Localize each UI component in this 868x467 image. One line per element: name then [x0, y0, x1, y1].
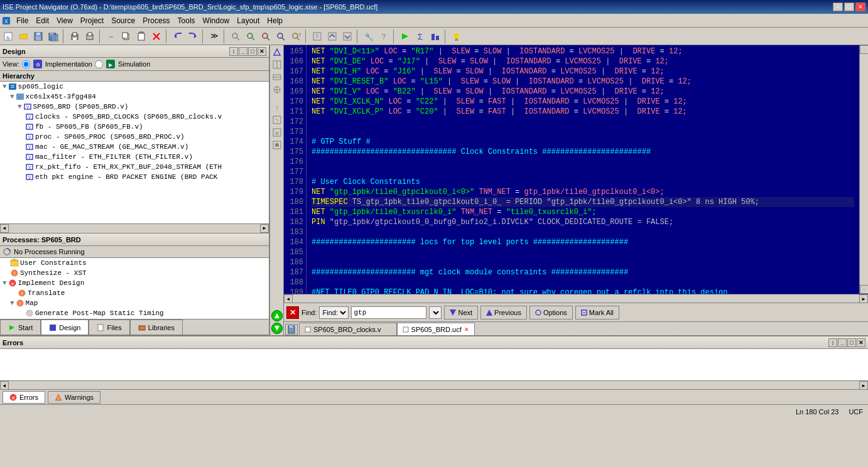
- side-btn-4[interactable]: [271, 84, 283, 95]
- tree-item-ethpkt[interactable]: V eth pkt engine - BRD PACKET ENGINE (BR…: [0, 172, 269, 182]
- code-hscroll[interactable]: ◄ ►: [284, 294, 868, 303]
- menu-project[interactable]: Project: [77, 14, 107, 27]
- tb-btn-7[interactable]: [325, 30, 339, 43]
- tab-start[interactable]: Start: [0, 319, 41, 335]
- find-type-select[interactable]: Find:: [319, 306, 349, 319]
- vscroll-up[interactable]: ▲: [860, 45, 868, 54]
- side-btn-5[interactable]: ↑: [271, 102, 283, 113]
- side-green-up[interactable]: [271, 310, 283, 321]
- vscroll-track[interactable]: [860, 54, 868, 285]
- tab-ucf[interactable]: SP605_BRD.ucf ✕: [397, 323, 475, 335]
- chart-button[interactable]: [428, 30, 442, 43]
- errors-hscroll[interactable]: ◄ ►: [0, 380, 868, 389]
- hscroll-left[interactable]: ◄: [0, 224, 9, 233]
- side-btn-2[interactable]: [271, 59, 283, 70]
- find-close-button[interactable]: ✕: [286, 306, 299, 319]
- proc-implement[interactable]: ▼ ✕ Implement Design: [0, 278, 269, 288]
- code-lines[interactable]: NET "DVI_D<11>" LOC = "R17" | SLEW = SLO…: [307, 45, 859, 294]
- errors-max-btn[interactable]: □: [847, 338, 856, 347]
- cut-button[interactable]: ✂: [104, 30, 118, 43]
- wrench-button[interactable]: 🔧: [362, 30, 376, 43]
- side-btn-8[interactable]: [271, 139, 283, 151]
- proc-synthesize[interactable]: ! Synthesize - XST: [0, 268, 269, 278]
- menu-source[interactable]: Source: [107, 14, 139, 27]
- tree-item-mac[interactable]: V mac - GE_MAC_STREAM (GE_MAC_STREAM.v): [0, 142, 269, 152]
- save-all-button[interactable]: [46, 30, 60, 43]
- find-dropdown[interactable]: ▼: [429, 306, 442, 319]
- menu-tools[interactable]: Tools: [174, 14, 199, 27]
- search4-button[interactable]: [274, 30, 288, 43]
- tree-item-sp605[interactable]: ▼ sp605_logic: [0, 82, 269, 92]
- save-button[interactable]: [31, 30, 45, 43]
- menu-edit[interactable]: Edit: [32, 14, 53, 27]
- tab-libraries[interactable]: Libraries: [130, 319, 183, 335]
- find-input[interactable]: [351, 306, 426, 319]
- maximize-button[interactable]: □: [844, 3, 854, 11]
- tab-ucf-close[interactable]: ✕: [464, 326, 469, 333]
- side-btn-7[interactable]: ⚙: [271, 127, 283, 138]
- sim-radio[interactable]: [95, 60, 103, 68]
- proc-map[interactable]: ▼ ! Map: [0, 298, 269, 308]
- copy-button[interactable]: [119, 30, 133, 43]
- tab-clocks-close[interactable]: [384, 326, 391, 333]
- minimize-button[interactable]: −: [833, 3, 843, 11]
- hscroll-right[interactable]: ►: [260, 224, 269, 233]
- side-btn-magnify[interactable]: [271, 114, 283, 126]
- errors-close-btn[interactable]: ✕: [857, 338, 865, 347]
- paste-button[interactable]: [134, 30, 148, 43]
- tab-save-icon[interactable]: [285, 324, 298, 335]
- tb-btn-6[interactable]: [310, 30, 324, 43]
- print-button[interactable]: [68, 30, 82, 43]
- side-btn-3[interactable]: [271, 72, 283, 83]
- open-button[interactable]: [16, 30, 30, 43]
- errors-hscroll-left[interactable]: ◄: [0, 381, 9, 390]
- design-tree-hscroll[interactable]: ◄ ►: [0, 223, 269, 232]
- proc-translate[interactable]: ! Translate: [0, 288, 269, 298]
- menu-file[interactable]: File: [13, 14, 32, 27]
- tab-files[interactable]: Files: [89, 319, 129, 335]
- menu-layout[interactable]: Layout: [233, 14, 263, 27]
- question-button[interactable]: ?: [377, 30, 391, 43]
- find-markall-button[interactable]: Mark All: [575, 306, 619, 319]
- proc-postmap-timing[interactable]: Generate Post-Map Static Timing: [0, 308, 269, 318]
- errors-hscroll-right[interactable]: ►: [859, 381, 868, 390]
- impl-radio[interactable]: [22, 60, 30, 68]
- delete-button[interactable]: [149, 30, 163, 43]
- menu-view[interactable]: View: [53, 14, 77, 27]
- find-next-button[interactable]: Next: [444, 306, 478, 319]
- errors-min-btn[interactable]: _: [838, 338, 847, 347]
- sigma-button[interactable]: Σ: [413, 30, 427, 43]
- code-hscroll-right[interactable]: ►: [859, 294, 868, 303]
- find-prev-button[interactable]: Previous: [480, 306, 527, 319]
- panel-min-btn[interactable]: _: [239, 47, 247, 56]
- menu-window[interactable]: Window: [199, 14, 234, 27]
- vscroll-down[interactable]: ▼: [860, 285, 868, 294]
- tree-item-rxpkt[interactable]: V rx_pkt_fifo - ETH_RX_PKT_BUF_2048_STRE…: [0, 162, 269, 172]
- panel-max-btn[interactable]: □: [248, 47, 257, 56]
- more-btn[interactable]: ≫: [207, 30, 221, 43]
- side-green-down[interactable]: [271, 323, 283, 334]
- menu-process[interactable]: Process: [139, 14, 173, 27]
- print2-button[interactable]: [83, 30, 97, 43]
- search-button[interactable]: [229, 30, 242, 43]
- tree-item-fb[interactable]: V fb - SP605_FB (SP605_FB.v): [0, 122, 269, 132]
- proc-user-constraints[interactable]: User Constraints: [0, 258, 269, 268]
- tb-btn-8[interactable]: [340, 30, 354, 43]
- errors-resize-btn[interactable]: ↕: [828, 338, 837, 347]
- undo-button[interactable]: [171, 30, 185, 43]
- side-btn-1[interactable]: [271, 46, 283, 58]
- new-button[interactable]: N: [1, 30, 15, 43]
- tab-clocks[interactable]: SP605_BRD_clocks.v: [299, 323, 397, 335]
- panel-resize-btn[interactable]: ↕: [229, 47, 238, 56]
- code-hscroll-left[interactable]: ◄: [284, 294, 293, 303]
- panel-close-btn[interactable]: ✕: [258, 47, 266, 56]
- code-content[interactable]: 1651661671681691701711721731741751761771…: [284, 45, 868, 294]
- code-vscroll[interactable]: ▲ ▼: [859, 45, 868, 294]
- run-button[interactable]: [398, 30, 412, 43]
- tree-item-proc[interactable]: V proc - SP605_PROC (SP605_BRD_PROC.v): [0, 132, 269, 142]
- search3-button[interactable]: [259, 30, 273, 43]
- redo-button[interactable]: [186, 30, 200, 43]
- lightbulb-button[interactable]: [450, 30, 464, 43]
- tab-design[interactable]: Design: [41, 319, 89, 335]
- search2-button[interactable]: [244, 30, 258, 43]
